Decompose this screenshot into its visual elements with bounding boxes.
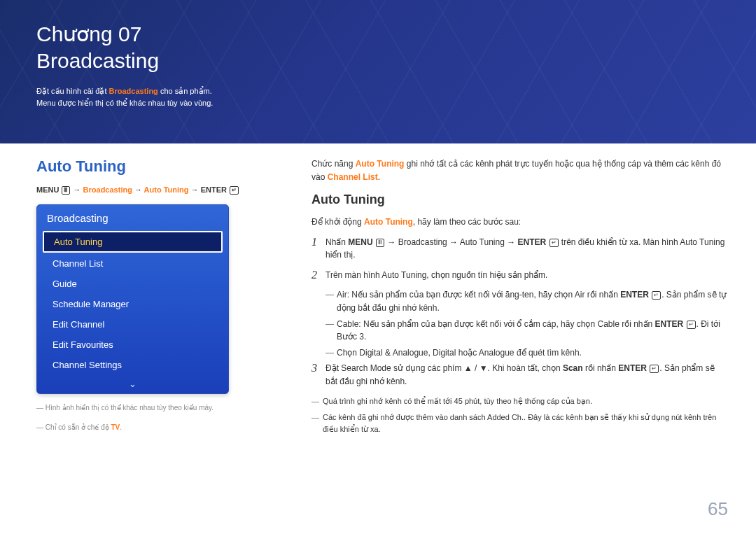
- intro-suffix: cho sản phẩm.: [158, 87, 212, 95]
- step-number: 1: [312, 236, 326, 248]
- footnote-2: ― Chỉ có sẵn ở chế độ TV.: [36, 422, 288, 433]
- dash-icon: ―: [312, 412, 323, 423]
- s2b-pre: : Nếu sản phẩm của bạn được kết nối với …: [358, 319, 597, 329]
- s1-mid: trên điều khiển từ xa. Màn hình: [559, 237, 680, 247]
- intro-text: Đặt cấu hình cài đặt: [36, 87, 109, 95]
- menu-path: MENU Ⅲ → Broadcasting → Auto Tuning → EN…: [36, 185, 288, 195]
- footnote-1-text: Hình ảnh hiển thị có thể khác nhau tùy t…: [43, 404, 214, 412]
- intro-paragraph: Chức năng Auto Tuning ghi nhớ tất cả các…: [312, 157, 728, 183]
- chevron-down-icon: ⌄: [37, 376, 228, 389]
- osd-menu-item-channellist: Channel List: [43, 254, 223, 273]
- step-1: 1 Nhấn MENU Ⅲ → Broadcasting → Auto Tuni…: [312, 236, 728, 262]
- path-arrow: →: [71, 185, 83, 194]
- footnote-1: ― Hình ảnh hiển thị có thể khác nhau tùy…: [36, 402, 288, 414]
- footnote-2-hl: TV: [111, 423, 120, 431]
- path-enter-label: ENTER: [201, 185, 229, 194]
- s2c-hl1: Digital & Analogue: [359, 348, 428, 358]
- sub-heading: Auto Tuning: [312, 190, 728, 210]
- osd-menu-title: Broadcasting: [37, 212, 228, 230]
- step-2b: ― Cable: Nếu sản phẩm của bạn được kết n…: [326, 318, 728, 344]
- s2a-pre: : Nếu sản phẩm của bạn được kết nối với …: [347, 290, 575, 300]
- s2c-suf: để quét tìm kênh.: [514, 348, 582, 358]
- s2a-enter: ENTER: [620, 290, 651, 300]
- osd-menu-item-channelsettings: Channel Settings: [43, 356, 223, 374]
- s1-enter: ENTER: [518, 237, 549, 247]
- dash-icon: ―: [36, 404, 43, 412]
- osd-menu-item-editchannel: Edit Channel: [43, 315, 223, 334]
- dash-icon: ―: [326, 318, 337, 331]
- s2c-pre: Chọn: [337, 348, 359, 358]
- left-column: Auto Tuning MENU Ⅲ → Broadcasting → Auto…: [36, 157, 288, 433]
- s2a-hl: Air: [337, 290, 347, 300]
- s3-mid2: rồi nhấn: [583, 363, 619, 373]
- n2-pre: Các kênh đã ghi nhớ được thêm vào danh s…: [323, 413, 487, 421]
- note-2: ― Các kênh đã ghi nhớ được thêm vào danh…: [312, 412, 728, 435]
- step-2a: ― Air: Nếu sản phẩm của bạn được kết nối…: [326, 288, 728, 314]
- sub-body: Air: Nếu sản phẩm của bạn được kết nối v…: [337, 288, 728, 314]
- step-2: 2 Trên màn hình Auto Tuning, chọn nguồn …: [312, 269, 728, 282]
- path-autotuning: Auto Tuning: [144, 185, 189, 194]
- s2c-hl3: Analogue: [479, 348, 514, 358]
- s2-suf: , chọn nguồn tín hiệu sản phẩm.: [426, 270, 547, 280]
- s2a-mid: rồi nhấn: [584, 290, 620, 300]
- osd-menu-mockup: Broadcasting Auto Tuning Channel List Gu…: [36, 204, 229, 394]
- s2-hl: Auto Tuning: [382, 270, 426, 280]
- osd-menu-item-editfavourites: Edit Favourites: [43, 335, 223, 354]
- intro-pre: Chức năng: [312, 159, 356, 169]
- chapter-label: Chương 07: [36, 21, 728, 48]
- osd-menu-item-guide: Guide: [43, 274, 223, 293]
- s3-mid: sử dụng các phím ▲ / ▼. Khi hoàn tất, ch…: [391, 363, 563, 373]
- s3-hl: Search Mode: [341, 363, 391, 373]
- s2b-hl: Cable: [337, 319, 358, 329]
- s1-autotuning: Auto Tuning: [460, 237, 505, 247]
- s2b-hl2: Cable: [597, 319, 619, 329]
- s3-enter: ENTER: [618, 363, 649, 373]
- right-column: Chức năng Auto Tuning ghi nhớ tất cả các…: [312, 157, 728, 435]
- intro-line2: Menu được hiển thị có thể khác nhau tùy …: [36, 97, 728, 110]
- dash-icon: ―: [326, 288, 337, 302]
- s1-arrow: →: [385, 237, 398, 247]
- intro-hl2: Channel List: [328, 172, 378, 182]
- sub-body: Cable: Nếu sản phẩm của bạn được kết nối…: [337, 318, 728, 344]
- s1-pre: Nhấn: [326, 237, 348, 247]
- s1-arrow: →: [505, 237, 518, 247]
- enter-icon: ↵: [550, 239, 559, 247]
- step-3: 3 Đặt Search Mode sử dụng các phím ▲ / ▼…: [312, 362, 728, 388]
- step-body: Nhấn MENU Ⅲ → Broadcasting → Auto Tuning…: [326, 236, 728, 262]
- chapter-title: Broadcasting: [36, 49, 728, 73]
- step-body: Trên màn hình Auto Tuning, chọn nguồn tí…: [326, 269, 728, 282]
- p2-pre: Để khởi động: [312, 217, 364, 227]
- enter-icon: ↵: [230, 186, 239, 195]
- intro-suf: .: [378, 172, 380, 182]
- n2-hl: Added Ch.: [487, 413, 524, 421]
- footnote-2-pre: ― Chỉ có sẵn ở chế độ: [36, 423, 111, 431]
- note-body: Quá trình ghi nhớ kênh có thể mất tới 45…: [323, 395, 728, 407]
- step-number: 2: [312, 269, 326, 281]
- step-body: Đặt Search Mode sử dụng các phím ▲ / ▼. …: [326, 362, 728, 388]
- s2c-sep2: hoặc: [456, 348, 478, 358]
- note-body: Các kênh đã ghi nhớ được thêm vào danh s…: [323, 412, 728, 435]
- osd-menu-item-autotuning: Auto Tuning: [43, 231, 223, 253]
- enter-icon: ↵: [687, 321, 696, 329]
- s2b-mid: rồi nhấn: [620, 319, 655, 329]
- note-1: ― Quá trình ghi nhớ kênh có thể mất tới …: [312, 395, 728, 407]
- dash-icon: ―: [312, 395, 323, 407]
- chapter-header: Chương 07 Broadcasting Đặt cấu hình cài …: [0, 0, 756, 143]
- sub-body: Chọn Digital & Analogue, Digital hoặc An…: [337, 346, 728, 360]
- section-heading: Auto Tuning: [36, 157, 288, 176]
- s1-hl: Auto Tuning: [680, 237, 724, 247]
- s3-pre: Đặt: [326, 363, 341, 373]
- osd-menu-item-schedulemanager: Schedule Manager: [43, 295, 223, 314]
- s2-pre: Trên màn hình: [326, 270, 382, 280]
- step-number: 3: [312, 362, 326, 374]
- path-arrow: →: [189, 185, 201, 194]
- s1-menu: MENU: [348, 237, 375, 247]
- s1-broadcasting: Broadcasting: [398, 237, 447, 247]
- dash-icon: ―: [326, 346, 337, 360]
- enter-icon: ↵: [652, 291, 661, 300]
- page-number: 65: [708, 498, 728, 520]
- menu-icon: Ⅲ: [376, 239, 384, 247]
- p2-suf: , hãy làm theo các bước sau:: [413, 217, 521, 227]
- enter-icon: ↵: [650, 365, 659, 373]
- path-broadcasting: Broadcasting: [83, 185, 132, 194]
